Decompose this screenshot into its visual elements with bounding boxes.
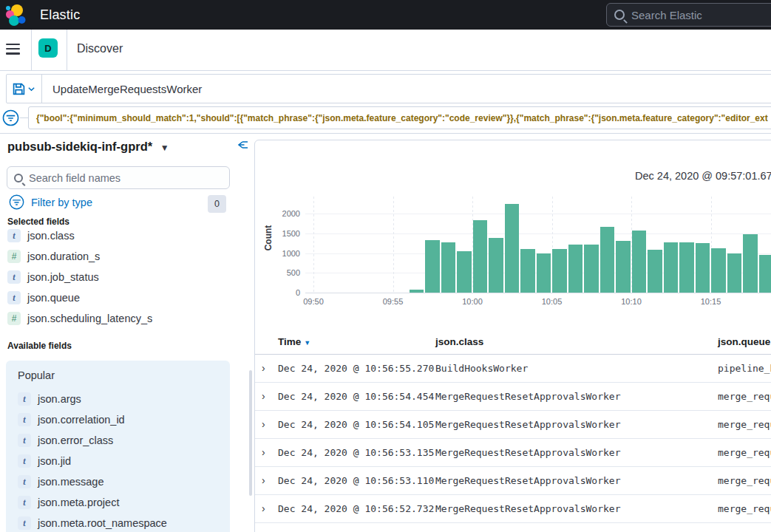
histogram-bar-10:02[interactable] <box>505 204 520 293</box>
table-header-row: Time▼json.classjson.queue <box>255 331 771 355</box>
histogram-bar-09:58[interactable] <box>441 242 456 293</box>
text-field-type-icon: t <box>7 229 21 242</box>
x-axis-tick: 10:05 <box>534 297 571 306</box>
filter-menu-icon[interactable] <box>2 109 19 126</box>
filter-count-badge: 0 <box>208 195 226 213</box>
field-search-box[interactable] <box>7 166 230 189</box>
histogram-bar-10:01[interactable] <box>489 238 503 293</box>
histogram-bar-09:59[interactable] <box>457 251 472 293</box>
field-name: json.correlation_id <box>38 414 125 426</box>
divider <box>31 30 32 70</box>
text-field-type-icon: t <box>18 434 31 447</box>
menu-hamburger-icon[interactable] <box>6 44 20 55</box>
field-item-json-class[interactable]: tjson.class <box>7 225 229 246</box>
chevron-down-icon: ▼ <box>160 143 169 153</box>
gridline <box>305 214 771 214</box>
sidebar-scrollbar[interactable] <box>249 370 252 496</box>
x-axis-tick: 10:10 <box>613 297 650 306</box>
filter-icon <box>9 194 24 210</box>
histogram-bar-09:56[interactable] <box>410 290 424 293</box>
cell-queue: merge_requ <box>718 503 771 514</box>
x-axis-tick: 10:15 <box>693 297 730 306</box>
expand-row-icon[interactable]: › <box>262 390 265 402</box>
query-bar <box>6 74 771 103</box>
saved-query-menu-button[interactable] <box>7 75 42 103</box>
histogram-bar-10:07[interactable] <box>584 245 599 293</box>
field-name: json.meta.root_namespace <box>38 517 167 529</box>
text-field-type-icon: t <box>7 291 21 304</box>
cell-class: MergeRequestResetApprovalsWorker <box>435 391 620 402</box>
field-item-json-queue[interactable]: tjson.queue <box>7 287 229 308</box>
cell-time: Dec 24, 2020 @ 10:56:53.110 <box>278 475 434 486</box>
histogram-bar-10:17[interactable] <box>743 234 758 293</box>
discover-results-panel: Dec 24, 2020 @ 09:57:01.67 Count 0500100… <box>254 140 771 532</box>
expand-row-icon[interactable]: › <box>262 362 265 374</box>
number-field-type-icon: # <box>7 312 21 325</box>
index-pattern-switcher[interactable]: pubsub-sidekiq-inf-gprd* ▼ <box>7 140 169 154</box>
popular-fields-panel: Popular tjson.argstjson.correlation_idtj… <box>6 361 230 532</box>
histogram-bar-10:09[interactable] <box>616 241 631 293</box>
histogram-bar-10:05[interactable] <box>552 249 567 293</box>
field-item-json-message[interactable]: tjson.message <box>18 471 225 492</box>
histogram-bar-10:13[interactable] <box>679 242 694 293</box>
field-item-json-error_class[interactable]: tjson.error_class <box>18 430 225 451</box>
fields-sidebar: pubsub-sidekiq-inf-gprd* ▼ Filter by typ… <box>0 134 254 532</box>
histogram-bar-10:04[interactable] <box>537 253 551 293</box>
text-field-type-icon: t <box>18 496 31 509</box>
elastic-logo-icon[interactable] <box>4 3 27 27</box>
field-item-json-job_status[interactable]: tjson.job_status <box>7 267 229 287</box>
search-icon <box>14 174 23 183</box>
histogram-bar-10:11[interactable] <box>648 250 662 293</box>
breadcrumb[interactable]: Discover <box>77 42 123 55</box>
expand-row-icon[interactable]: › <box>262 474 265 486</box>
y-axis-tick: 2000 <box>271 209 300 218</box>
field-item-json-meta-project[interactable]: tjson.meta.project <box>18 492 225 513</box>
filter-by-type-button[interactable]: Filter by type <box>9 194 92 210</box>
histogram-bar-10:08[interactable] <box>600 227 615 293</box>
expand-row-icon[interactable]: › <box>262 418 265 430</box>
expand-row-icon[interactable]: › <box>262 446 265 458</box>
histogram-bar-10:00[interactable] <box>473 220 488 293</box>
column-header-time[interactable]: Time▼ <box>278 336 310 347</box>
histogram-bar-10:15[interactable] <box>711 248 726 293</box>
field-item-json-scheduling_latency_s[interactable]: #json.scheduling_latency_s <box>7 308 229 329</box>
collapse-sidebar-icon[interactable] <box>235 137 250 152</box>
text-field-type-icon: t <box>18 413 31 426</box>
filter-pill[interactable]: {"bool":{"minimum_should_match":1,"shoul… <box>28 106 771 129</box>
field-item-json-duration_s[interactable]: #json.duration_s <box>7 246 229 267</box>
histogram-bar-10:18[interactable] <box>759 255 771 293</box>
histogram-bar-10:12[interactable] <box>664 242 679 293</box>
popular-heading: Popular <box>18 369 55 381</box>
field-item-json-jid[interactable]: tjson.jid <box>18 451 225 471</box>
cell-class: MergeRequestResetApprovalsWorker <box>435 503 620 514</box>
global-search-box[interactable] <box>606 3 771 27</box>
cell-queue: merge_requ <box>718 391 771 402</box>
column-header-json-class[interactable]: json.class <box>435 336 483 347</box>
field-item-json-meta-root_namespace[interactable]: tjson.meta.root_namespace <box>18 513 225 532</box>
field-item-json-correlation_id[interactable]: tjson.correlation_id <box>18 409 225 430</box>
histogram-bar-10:03[interactable] <box>520 249 535 293</box>
chevron-down-icon <box>27 85 35 93</box>
cell-queue: merge_requ <box>718 419 771 430</box>
expand-row-icon[interactable]: › <box>262 502 265 514</box>
field-item-json-args[interactable]: tjson.args <box>18 389 225 409</box>
cell-class: MergeRequestResetApprovalsWorker <box>435 419 620 430</box>
number-field-type-icon: # <box>7 250 21 263</box>
histogram-bar-10:06[interactable] <box>568 245 583 293</box>
field-name: json.error_class <box>38 434 113 446</box>
cell-class: MergeRequestResetApprovalsWorker <box>435 447 620 458</box>
field-name: json.job_status <box>27 271 99 283</box>
column-header-json-queue[interactable]: json.queue <box>718 336 770 347</box>
histogram-bar-10:14[interactable] <box>696 243 710 293</box>
histogram-bar-10:10[interactable] <box>632 231 647 293</box>
query-input[interactable] <box>52 83 718 95</box>
cell-class: MergeRequestResetApprovalsWorker <box>435 475 620 486</box>
histogram-bar-10:16[interactable] <box>727 253 742 293</box>
global-search-input[interactable] <box>631 9 764 21</box>
text-field-type-icon: t <box>18 475 31 488</box>
field-search-input[interactable] <box>29 172 214 184</box>
divider <box>20 117 28 118</box>
histogram-bar-09:57[interactable] <box>425 240 440 293</box>
x-axis-tick: 09:50 <box>295 297 332 306</box>
discover-app-badge[interactable]: D <box>38 38 58 58</box>
